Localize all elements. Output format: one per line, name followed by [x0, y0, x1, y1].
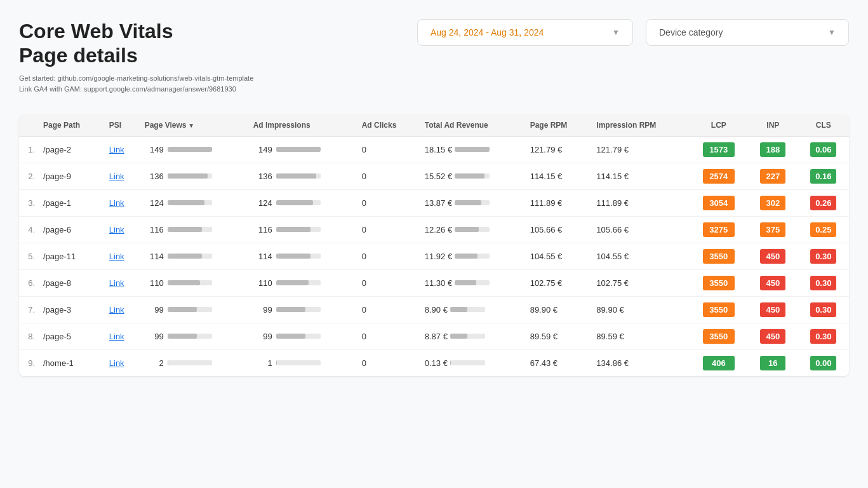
row-psi-link[interactable]: Link	[104, 349, 140, 376]
row-page-path: /page-6	[38, 216, 104, 243]
row-total-ad-revenue: 8.90 €	[420, 296, 525, 323]
row-lcp: 2574	[690, 163, 749, 189]
table-row: 9. /home-1 Link 2 1 0 0.13 € 67.43 € 134…	[19, 349, 849, 376]
row-impression-rpm: 121.79 €	[591, 136, 689, 163]
row-page-rpm: 111.89 €	[525, 189, 592, 216]
row-ad-clicks: 0	[357, 136, 420, 163]
col-header-ad-clicks: Ad Clicks	[357, 114, 420, 137]
row-cls: 0.26	[798, 189, 849, 216]
row-psi-link[interactable]: Link	[104, 163, 140, 189]
row-impression-rpm: 89.59 €	[591, 323, 689, 349]
data-table-container: Page Path PSI Page Views Ad Impressions …	[19, 114, 849, 376]
page-header: Core Web Vitals Page details Get started…	[19, 19, 849, 95]
col-header-psi: PSI	[104, 114, 140, 137]
date-filter-arrow: ▼	[612, 28, 620, 37]
row-number: 6.	[19, 269, 38, 296]
table-row: 5. /page-11 Link 114 114 0 11.92 € 104.5…	[19, 243, 849, 269]
col-header-num	[19, 114, 38, 137]
title-section: Core Web Vitals Page details Get started…	[19, 19, 253, 95]
row-number: 5.	[19, 243, 38, 269]
row-inp: 227	[748, 163, 798, 189]
table-row: 3. /page-1 Link 124 124 0 13.87 € 111.89…	[19, 189, 849, 216]
row-page-rpm: 89.90 €	[525, 296, 592, 323]
row-lcp: 3550	[690, 269, 749, 296]
row-psi-link[interactable]: Link	[104, 269, 140, 296]
col-header-page-path: Page Path	[38, 114, 104, 137]
col-header-lcp: LCP	[690, 114, 749, 137]
row-page-rpm: 104.55 €	[525, 243, 592, 269]
filters: Aug 24, 2024 - Aug 31, 2024 ▼ Device cat…	[417, 19, 849, 46]
row-page-path: /page-5	[38, 323, 104, 349]
row-cls: 0.16	[798, 163, 849, 189]
row-lcp: 1573	[690, 136, 749, 163]
row-page-rpm: 121.79 €	[525, 136, 592, 163]
row-lcp: 3054	[690, 189, 749, 216]
row-lcp: 3550	[690, 296, 749, 323]
row-total-ad-revenue: 8.87 €	[420, 323, 525, 349]
row-psi-link[interactable]: Link	[104, 323, 140, 349]
row-ad-impressions: 1	[248, 349, 357, 376]
row-cls: 0.00	[798, 349, 849, 376]
row-cls: 0.06	[798, 136, 849, 163]
row-cls: 0.30	[798, 269, 849, 296]
row-psi-link[interactable]: Link	[104, 216, 140, 243]
table-row: 2. /page-9 Link 136 136 0 15.52 € 114.15…	[19, 163, 849, 189]
row-ad-clicks: 0	[357, 323, 420, 349]
row-total-ad-revenue: 18.15 €	[420, 136, 525, 163]
row-number: 9.	[19, 349, 38, 376]
row-ad-impressions: 124	[248, 189, 357, 216]
row-page-views: 124	[140, 189, 248, 216]
data-table: Page Path PSI Page Views Ad Impressions …	[19, 114, 849, 376]
row-page-rpm: 114.15 €	[525, 163, 592, 189]
subtitle: Get started: github.com/google-marketing…	[19, 73, 253, 95]
row-total-ad-revenue: 15.52 €	[420, 163, 525, 189]
row-page-views: 114	[140, 243, 248, 269]
row-inp: 450	[748, 269, 798, 296]
table-row: 4. /page-6 Link 116 116 0 12.26 € 105.66…	[19, 216, 849, 243]
row-page-views: 149	[140, 136, 248, 163]
row-page-path: /page-8	[38, 269, 104, 296]
row-inp: 375	[748, 216, 798, 243]
row-ad-impressions: 110	[248, 269, 357, 296]
row-number: 4.	[19, 216, 38, 243]
device-filter-dropdown[interactable]: Device category ▼	[646, 19, 849, 46]
row-page-views: 110	[140, 269, 248, 296]
row-page-path: /page-2	[38, 136, 104, 163]
device-filter-label: Device category	[659, 27, 723, 37]
row-number: 1.	[19, 136, 38, 163]
row-page-views: 2	[140, 349, 248, 376]
date-filter-label: Aug 24, 2024 - Aug 31, 2024	[431, 27, 544, 37]
row-total-ad-revenue: 12.26 €	[420, 216, 525, 243]
row-psi-link[interactable]: Link	[104, 243, 140, 269]
row-impression-rpm: 114.15 €	[591, 163, 689, 189]
row-inp: 188	[748, 136, 798, 163]
row-psi-link[interactable]: Link	[104, 296, 140, 323]
row-inp: 450	[748, 323, 798, 349]
row-page-rpm: 102.75 €	[525, 269, 592, 296]
col-header-page-rpm: Page RPM	[525, 114, 592, 137]
row-page-path: /page-9	[38, 163, 104, 189]
col-header-page-views[interactable]: Page Views	[140, 114, 248, 137]
row-psi-link[interactable]: Link	[104, 136, 140, 163]
row-ad-clicks: 0	[357, 349, 420, 376]
row-psi-link[interactable]: Link	[104, 189, 140, 216]
row-page-views: 99	[140, 296, 248, 323]
row-total-ad-revenue: 0.13 €	[420, 349, 525, 376]
row-page-views: 116	[140, 216, 248, 243]
row-lcp: 3550	[690, 243, 749, 269]
row-page-rpm: 89.59 €	[525, 323, 592, 349]
row-lcp: 3275	[690, 216, 749, 243]
row-ad-clicks: 0	[357, 269, 420, 296]
date-filter-dropdown[interactable]: Aug 24, 2024 - Aug 31, 2024 ▼	[417, 19, 633, 46]
row-impression-rpm: 134.86 €	[591, 349, 689, 376]
row-lcp: 406	[690, 349, 749, 376]
table-row: 7. /page-3 Link 99 99 0 8.90 € 89.90 € 8…	[19, 296, 849, 323]
row-ad-clicks: 0	[357, 216, 420, 243]
row-cls: 0.30	[798, 243, 849, 269]
row-ad-impressions: 136	[248, 163, 357, 189]
device-filter-arrow: ▼	[828, 28, 836, 37]
row-lcp: 3550	[690, 323, 749, 349]
row-ad-impressions: 149	[248, 136, 357, 163]
row-inp: 450	[748, 296, 798, 323]
row-number: 2.	[19, 163, 38, 189]
